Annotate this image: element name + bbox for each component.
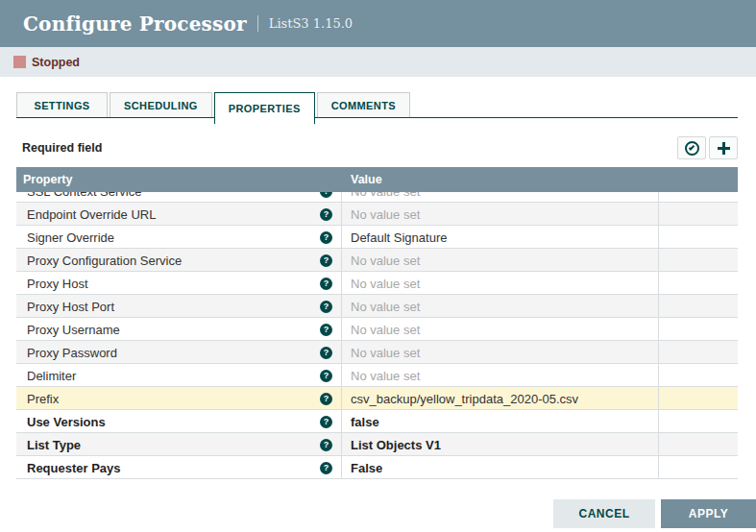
property-name-cell: Proxy Password? — [16, 341, 342, 364]
tab-scheduling[interactable]: SCHEDULING — [110, 92, 212, 118]
help-icon[interactable]: ? — [320, 393, 332, 405]
help-icon[interactable]: ? — [320, 347, 332, 359]
property-value[interactable]: csv_backup/yellow_tripdata_2020-05.csv — [342, 387, 659, 410]
table-row[interactable]: Proxy Host?No value set — [16, 272, 738, 295]
table-row[interactable]: SSL Context Service?No value set — [16, 192, 738, 203]
properties-table: Property Value SSL Context Service?No va… — [16, 167, 738, 479]
cancel-button[interactable]: CANCEL — [553, 499, 655, 528]
help-icon[interactable]: ? — [320, 370, 332, 382]
table-row[interactable]: List Type?List Objects V1 — [16, 433, 738, 456]
column-header-value: Value — [342, 173, 659, 186]
table-row[interactable]: Proxy Configuration Service?No value set — [16, 249, 738, 272]
property-name-cell: Prefix? — [16, 387, 342, 410]
help-icon[interactable]: ? — [320, 254, 332, 267]
property-value[interactable]: false — [342, 410, 659, 433]
property-name: Proxy Username — [27, 323, 120, 337]
table-row[interactable]: Proxy Username?No value set — [16, 318, 738, 341]
row-empty-cell — [659, 318, 738, 341]
property-name-cell: Endpoint Override URL? — [16, 203, 342, 226]
property-name: Proxy Password — [27, 346, 117, 360]
help-icon[interactable]: ? — [320, 231, 332, 244]
property-name: Proxy Host Port — [27, 300, 114, 314]
property-name: Endpoint Override URL — [27, 207, 156, 222]
tab-properties[interactable]: PROPERTIES — [214, 92, 315, 124]
table-row[interactable]: Delimiter?No value set — [16, 364, 738, 387]
status-label: Stopped — [32, 56, 80, 69]
table-row[interactable]: Requester Pays?False — [16, 456, 738, 479]
dialog-title: Configure Processor — [23, 12, 247, 36]
status-bar: Stopped — [0, 47, 756, 77]
table-row[interactable]: Prefix?csv_backup/yellow_tripdata_2020-0… — [16, 387, 738, 410]
verify-properties-icon — [685, 141, 699, 156]
property-value[interactable]: No value set — [342, 249, 659, 272]
table-row[interactable]: Use Versions?false — [16, 410, 738, 433]
property-value[interactable]: No value set — [342, 318, 659, 341]
property-value[interactable]: No value set — [342, 341, 659, 364]
row-empty-cell — [659, 295, 738, 318]
add-property-button[interactable] — [709, 136, 738, 159]
property-name-cell: SSL Context Service? — [16, 192, 342, 203]
apply-button[interactable]: APPLY — [661, 499, 756, 528]
table-row[interactable]: Signer Override?Default Signature — [16, 226, 738, 249]
property-value[interactable]: No value set — [342, 295, 659, 318]
property-value[interactable]: No value set — [342, 272, 659, 295]
help-icon[interactable]: ? — [320, 208, 332, 221]
property-name-cell: Use Versions? — [16, 410, 342, 433]
help-icon[interactable]: ? — [320, 324, 332, 336]
property-name: Use Versions — [27, 415, 106, 429]
footer-buttons: CANCEL APPLY — [553, 499, 756, 528]
property-name-cell: Delimiter? — [16, 364, 342, 387]
row-empty-cell — [659, 456, 738, 479]
property-name: SSL Context Service — [27, 192, 141, 199]
property-value[interactable]: False — [342, 456, 659, 479]
property-name-cell: Proxy Configuration Service? — [16, 249, 342, 272]
property-value[interactable]: Default Signature — [342, 226, 659, 249]
table-row[interactable]: Proxy Host Port?No value set — [16, 295, 738, 318]
property-value[interactable]: No value set — [342, 192, 659, 203]
table-row[interactable]: Endpoint Override URL?No value set — [16, 203, 738, 226]
property-name: Signer Override — [27, 230, 114, 245]
property-name: Proxy Configuration Service — [27, 254, 182, 268]
property-value[interactable]: List Objects V1 — [342, 433, 659, 456]
table-toolbar: Required field — [16, 135, 738, 160]
help-icon[interactable]: ? — [320, 301, 332, 313]
verify-properties-button[interactable] — [677, 136, 706, 159]
property-name-cell: Proxy Host Port? — [16, 295, 342, 318]
property-name-cell: Requester Pays? — [16, 456, 342, 479]
property-name: Proxy Host — [27, 277, 88, 291]
property-name: Prefix — [27, 392, 59, 406]
table-header: Property Value — [16, 167, 738, 192]
stopped-status-icon — [13, 56, 26, 68]
toolbar-buttons — [677, 136, 738, 159]
row-empty-cell — [659, 272, 738, 295]
dialog-header: Configure Processor ListS3 1.15.0 — [0, 0, 756, 47]
row-empty-cell — [659, 192, 738, 203]
row-empty-cell — [659, 364, 738, 387]
row-empty-cell — [659, 341, 738, 364]
row-empty-cell — [659, 433, 738, 456]
tab-comments[interactable]: COMMENTS — [317, 92, 410, 118]
processor-name-version: ListS3 1.15.0 — [269, 16, 353, 31]
add-property-icon — [718, 142, 730, 155]
required-field-label: Required field — [22, 141, 102, 155]
help-icon[interactable]: ? — [320, 462, 332, 474]
row-empty-cell — [659, 249, 738, 272]
property-name: Delimiter — [27, 369, 76, 383]
help-icon[interactable]: ? — [320, 278, 332, 290]
property-name-cell: Proxy Host? — [16, 272, 342, 295]
row-empty-cell — [659, 410, 738, 433]
property-value[interactable]: No value set — [342, 364, 659, 387]
help-icon[interactable]: ? — [320, 439, 332, 451]
title-separator — [257, 15, 258, 32]
row-empty-cell — [659, 226, 738, 249]
tab-settings[interactable]: SETTINGS — [16, 92, 108, 118]
property-name: Requester Pays — [27, 461, 121, 475]
property-name-cell: List Type? — [16, 433, 342, 456]
properties-table-body: SSL Context Service?No value setEndpoint… — [16, 192, 738, 479]
table-row[interactable]: Proxy Password?No value set — [16, 341, 738, 364]
dialog-content: SETTINGSSCHEDULINGPROPERTIESCOMMENTS Req… — [0, 92, 756, 479]
help-icon[interactable]: ? — [320, 192, 332, 198]
property-value[interactable]: No value set — [342, 203, 659, 226]
help-icon[interactable]: ? — [320, 416, 332, 428]
column-header-property: Property — [16, 173, 342, 186]
